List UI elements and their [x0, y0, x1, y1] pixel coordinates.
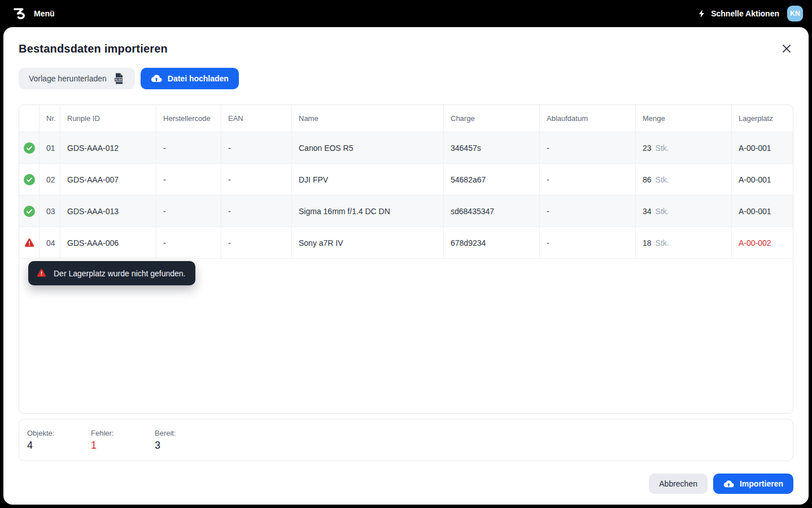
cell-charge: 54682a67	[443, 164, 539, 195]
cell-nr: 01	[39, 132, 60, 163]
summary-bar: Objekte: 4 Fehler: 1 Bereit: 3	[19, 419, 793, 461]
warning-triangle-icon	[36, 268, 47, 279]
check-circle-icon	[24, 174, 35, 185]
cell-lagerplatz: A-00-002	[731, 227, 793, 258]
cell-ablaufdatum: -	[539, 132, 635, 163]
cell-menge: 34Stk.	[635, 196, 731, 227]
cell-name: Sigma 16mm f/1.4 DC DN	[291, 196, 443, 227]
avatar[interactable]: KN	[787, 6, 803, 21]
cell-charge: 678d9234	[443, 227, 539, 258]
unit-label: Stk.	[656, 238, 669, 248]
cell-menge: 86Stk.	[635, 164, 731, 195]
cell-charge: sd68435347	[443, 196, 539, 227]
status-cell	[19, 196, 39, 227]
cell-runple-id: GDS-AAA-012	[60, 132, 156, 163]
unit-label: Stk.	[656, 175, 669, 184]
upload-file-button[interactable]: Datei hochladen	[141, 68, 239, 89]
cell-lagerplatz: A-00-001	[731, 132, 793, 163]
table-header-row: Nr. Runple ID Herstellercode EAN Name Ch…	[19, 105, 793, 132]
cell-herstellercode: -	[156, 227, 221, 258]
page-title: Bestandsdaten importieren	[19, 42, 168, 55]
cell-name: Canon EOS R5	[291, 132, 443, 163]
table-row: 04 GDS-AAA-006 - - Sony a7R IV 678d9234 …	[19, 227, 793, 259]
cell-runple-id: GDS-AAA-006	[60, 227, 156, 258]
col-nr: Nr.	[39, 105, 60, 132]
import-modal: Bestandsdaten importieren Vorlage herunt…	[3, 27, 809, 505]
row-status-icon[interactable]	[24, 174, 35, 185]
topbar: Menü Schnelle Aktionen KN	[0, 0, 812, 27]
unit-label: Stk.	[656, 144, 669, 153]
cell-nr: 03	[39, 196, 60, 227]
download-template-button[interactable]: Vorlage herunterladen XLSX	[19, 68, 135, 89]
unit-label: Stk.	[656, 207, 669, 216]
error-tooltip: Der Lagerplatz wurde nicht gefunden.	[28, 261, 195, 285]
cell-ablaufdatum: -	[539, 196, 635, 227]
cell-menge: 23Stk.	[635, 132, 731, 163]
col-menge: Menge	[635, 105, 731, 132]
status-cell	[19, 164, 39, 195]
cell-ean: -	[221, 227, 291, 258]
cell-ablaufdatum: -	[539, 164, 635, 195]
cell-ablaufdatum: -	[539, 227, 635, 258]
cell-ean: -	[221, 196, 291, 227]
col-status	[19, 105, 39, 132]
row-status-icon[interactable]	[24, 206, 35, 217]
close-icon[interactable]	[780, 42, 793, 55]
error-tooltip-text: Der Lagerplatz wurde nicht gefunden.	[54, 269, 185, 278]
cell-runple-id: GDS-AAA-013	[60, 196, 156, 227]
col-charge: Charge	[443, 105, 539, 132]
cell-herstellercode: -	[156, 164, 221, 195]
svg-text:XLSX: XLSX	[115, 79, 123, 81]
row-status-icon[interactable]	[24, 142, 35, 154]
import-button[interactable]: Importieren	[713, 474, 793, 494]
cell-ean: -	[221, 164, 291, 195]
table-row: 03 GDS-AAA-013 - - Sigma 16mm f/1.4 DC D…	[19, 196, 793, 227]
quick-actions-button[interactable]: Schnelle Aktionen	[697, 9, 779, 18]
cell-herstellercode: -	[156, 196, 221, 227]
stat-errors: Fehler: 1	[91, 429, 155, 451]
warning-triangle-icon	[24, 237, 35, 249]
cloud-upload-icon	[151, 73, 162, 84]
cell-runple-id: GDS-AAA-007	[60, 164, 156, 195]
col-runple-id: Runple ID	[60, 105, 156, 132]
cell-ean: -	[221, 132, 291, 163]
cell-lagerplatz: A-00-001	[731, 196, 793, 227]
runple-logo-icon	[11, 6, 27, 21]
col-lagerplatz: Lagerplatz	[731, 105, 793, 132]
cell-name: Sony a7R IV	[291, 227, 443, 258]
lightning-icon	[697, 9, 706, 18]
table-row: 02 GDS-AAA-007 - - DJI FPV 54682a67 - 86…	[19, 164, 793, 196]
cell-herstellercode: -	[156, 132, 221, 163]
import-preview-table: Nr. Runple ID Herstellercode EAN Name Ch…	[19, 105, 793, 414]
table-row: 01 GDS-AAA-012 - - Canon EOS R5 346457s …	[19, 132, 793, 164]
status-cell	[19, 227, 39, 258]
check-circle-icon	[24, 206, 35, 217]
col-name: Name	[291, 105, 443, 132]
stat-ready: Bereit: 3	[155, 429, 219, 451]
status-cell	[19, 132, 39, 163]
stat-objects: Objekte: 4	[27, 429, 91, 451]
col-ean: EAN	[221, 105, 291, 132]
cell-charge: 346457s	[443, 132, 539, 163]
row-status-icon[interactable]	[24, 237, 35, 249]
cell-name: DJI FPV	[291, 164, 443, 195]
table-body: 01 GDS-AAA-012 - - Canon EOS R5 346457s …	[19, 132, 793, 259]
cell-menge: 18Stk.	[635, 227, 731, 258]
cell-nr: 02	[39, 164, 60, 195]
col-ablaufdatum: Ablaufdatum	[539, 105, 635, 132]
cell-nr: 04	[39, 227, 60, 258]
menu-button[interactable]: Menü	[34, 9, 55, 18]
cancel-button[interactable]: Abbrechen	[649, 474, 708, 494]
check-circle-icon	[24, 142, 35, 154]
cell-lagerplatz: A-00-001	[731, 164, 793, 195]
col-herstellercode: Herstellercode	[156, 105, 221, 132]
xlsx-file-icon: XLSX	[112, 72, 125, 85]
cloud-upload-icon	[723, 479, 734, 489]
